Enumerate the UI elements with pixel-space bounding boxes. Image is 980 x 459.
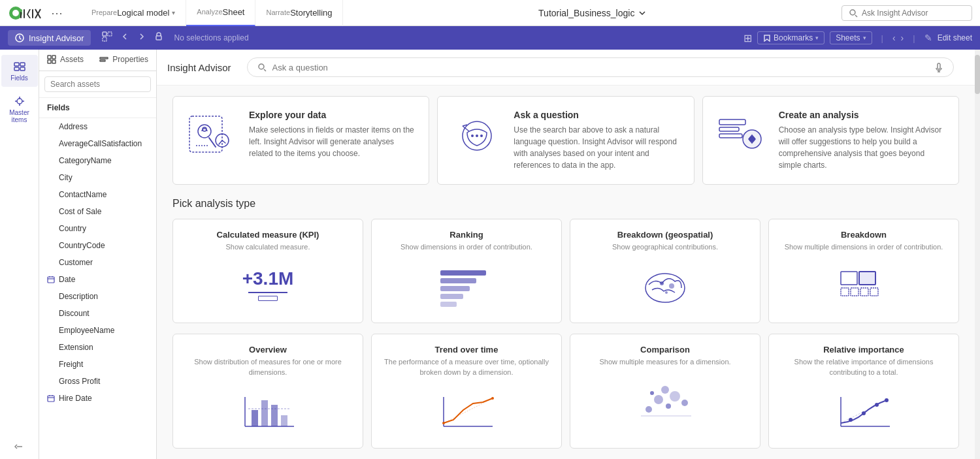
analysis-section-title: Pick analysis type [172, 198, 959, 210]
svg-point-75 [654, 395, 663, 404]
lock-icon[interactable] [154, 31, 164, 44]
ask-bar[interactable] [247, 57, 954, 77]
app-title[interactable]: Tutorial_Business_logic [538, 8, 646, 18]
create-card-title: Create an analysis [779, 110, 945, 120]
select-icon[interactable] [101, 31, 113, 45]
field-item-label: Hire Date [59, 394, 92, 403]
trend-svg [437, 390, 496, 433]
prev-sheet-icon[interactable]: ‹ [892, 33, 896, 43]
overview-preview [184, 385, 352, 437]
sidebar-collapse[interactable] [14, 441, 25, 459]
toolbar-icons [101, 31, 164, 45]
svg-rect-20 [52, 60, 56, 63]
field-item[interactable]: ContactName [39, 186, 156, 203]
narrate-nav[interactable]: Narrate Storytelling [255, 0, 343, 26]
field-item[interactable]: CountryCode [39, 237, 156, 254]
field-item[interactable]: Description [39, 288, 156, 305]
svg-rect-32 [189, 116, 222, 152]
create-card-icon [716, 110, 768, 162]
comparison-desc: Show multiple measures for a dimension. [581, 357, 749, 367]
svg-point-40 [480, 135, 483, 137]
svg-rect-4 [24, 9, 25, 18]
analysis-section: Pick analysis type Calculated measure (K… [172, 198, 959, 449]
svg-rect-67 [271, 405, 278, 426]
field-item[interactable]: AverageCallSatisfaction [39, 135, 156, 152]
field-item[interactable]: Address [39, 118, 156, 135]
bookmarks-button[interactable]: Bookmarks ▾ [757, 31, 825, 44]
properties-tab[interactable]: Properties [91, 50, 156, 71]
prepare-nav[interactable]: Prepare Logical model ▾ [81, 0, 186, 26]
field-item[interactable]: Extension [39, 339, 156, 356]
mic-icon[interactable] [934, 62, 944, 72]
field-item-label: Freight [59, 360, 83, 369]
grid-icon[interactable]: ⊞ [743, 32, 752, 44]
svg-rect-48 [440, 270, 486, 276]
analysis-card-geo[interactable]: Breakdown (geospatial) Show geographical… [570, 219, 760, 323]
svg-point-53 [645, 274, 685, 302]
svg-rect-19 [48, 60, 51, 63]
explore-card-content: Explore your data Make selections in fie… [249, 110, 416, 159]
field-item[interactable]: Customer [39, 254, 156, 271]
next-sheet-icon[interactable]: › [901, 33, 904, 43]
svg-rect-27 [48, 396, 54, 402]
right-scrollbar-thumb [975, 55, 980, 94]
fields-header: Fields [39, 98, 156, 118]
analysis-card-relative[interactable]: Relative importance Show the relative im… [768, 334, 959, 449]
svg-point-80 [661, 386, 669, 394]
ask-card-icon [451, 110, 503, 162]
analysis-grid-row1: Calculated measure (KPI) Show calculated… [172, 219, 959, 323]
svg-point-85 [862, 411, 866, 415]
field-item[interactable]: CategoryName [39, 152, 156, 169]
analysis-card-kpi[interactable]: Calculated measure (KPI) Show calculated… [172, 219, 363, 323]
field-item[interactable]: City [39, 169, 156, 186]
analysis-card-breakdown[interactable]: Breakdown Show multiple dimensions in or… [768, 219, 959, 323]
assets-tab[interactable]: Assets [39, 50, 91, 71]
svg-point-79 [650, 391, 654, 395]
search-icon [849, 8, 858, 18]
field-item[interactable]: EmployeeName [39, 322, 156, 339]
field-item[interactable]: Country [39, 220, 156, 237]
field-item[interactable]: Discount [39, 305, 156, 322]
search-assets-input[interactable] [44, 76, 151, 92]
ask-question-input[interactable] [272, 63, 928, 72]
field-item[interactable]: Hire Date [39, 390, 156, 407]
pencil-icon[interactable]: ✎ [924, 33, 932, 43]
field-item[interactable]: Date [39, 271, 156, 288]
svg-rect-43 [719, 119, 745, 125]
analysis-card-ranking[interactable]: Ranking Show dimensions in order of cont… [371, 219, 562, 323]
dots-menu[interactable]: ⋯ [51, 6, 63, 20]
overview-svg [238, 390, 297, 433]
field-item-label: ContactName [59, 190, 106, 199]
field-item[interactable]: Freight [39, 356, 156, 373]
kpi-desc: Show calculated measure. [184, 242, 352, 252]
logo-area: ⋯ [8, 4, 71, 22]
create-card-content: Create an analysis Choose an analysis ty… [779, 110, 945, 171]
sidebar-item-fields[interactable]: Fields [1, 55, 38, 87]
breakdown-title: Breakdown [779, 230, 948, 240]
sidebar-item-master-items[interactable]: Master items [1, 89, 38, 129]
ask-insight-advisor-search[interactable] [841, 5, 972, 21]
explore-card-title: Explore your data [249, 110, 416, 120]
svg-point-55 [669, 283, 674, 289]
back-icon[interactable] [120, 31, 130, 44]
analysis-card-overview[interactable]: Overview Show distribution of measures f… [172, 334, 363, 449]
sheets-button[interactable]: Sheets ▾ [830, 31, 872, 44]
ask-insight-input[interactable] [862, 8, 953, 18]
no-selections-text: No selections applied [174, 33, 249, 42]
kpi-preview: +3.1M [184, 260, 352, 312]
edit-sheet-label[interactable]: Edit sheet [938, 33, 972, 42]
forward-icon[interactable] [137, 31, 147, 44]
right-scrollbar[interactable] [975, 50, 980, 459]
svg-point-77 [670, 391, 680, 402]
insight-advisor-button[interactable]: Insight Advisor [8, 30, 91, 46]
left-sidebar: Fields Master items [0, 50, 39, 459]
svg-rect-66 [261, 400, 268, 426]
analyze-nav[interactable]: Analyze Sheet [186, 0, 255, 26]
analysis-card-comparison[interactable]: Comparison Show multiple measures for a … [570, 334, 760, 449]
narrate-label: Narrate [266, 9, 290, 16]
field-item[interactable]: Cost of Sale [39, 203, 156, 220]
svg-rect-11 [156, 36, 161, 40]
field-item[interactable]: Gross Profit [39, 373, 156, 390]
analysis-card-trend[interactable]: Trend over time The performance of a mea… [371, 334, 562, 449]
svg-rect-12 [14, 63, 19, 66]
